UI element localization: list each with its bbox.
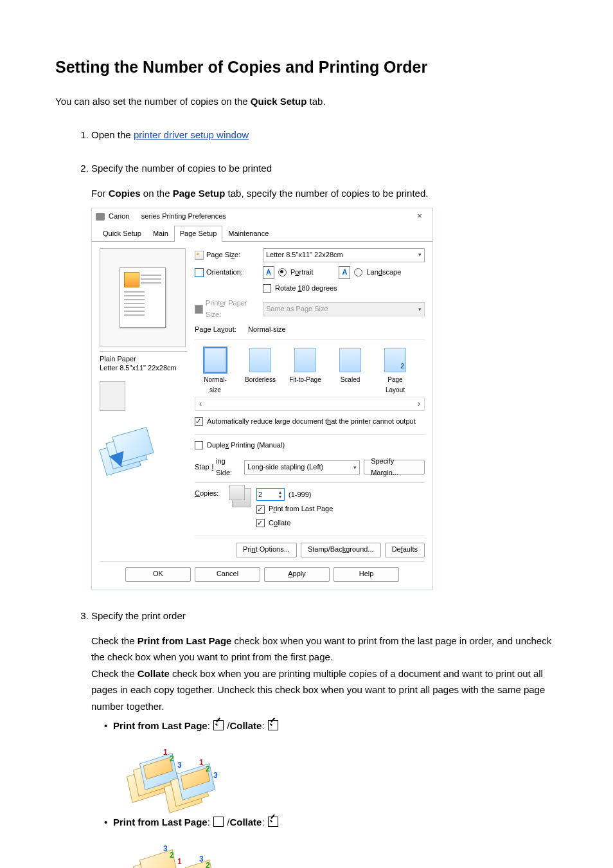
chevron-down-icon: ▾: [418, 305, 422, 314]
separator: [100, 351, 187, 352]
tab-main[interactable]: Main: [147, 226, 174, 242]
case2-b: Collate: [229, 817, 262, 827]
layout-label: Scaled: [341, 376, 360, 383]
stamp-background-button[interactable]: Stamp/Background...: [301, 543, 381, 557]
step3-title: Specify the print order: [91, 608, 558, 624]
collate-figure-1: 1 2 3 1 2 3: [127, 739, 224, 803]
tab-page-setup[interactable]: Page Setup: [174, 226, 223, 242]
help-button[interactable]: Help: [333, 567, 399, 582]
step-2: Specify the number of copies to be print…: [91, 161, 558, 590]
layout-scroll[interactable]: ‹›: [195, 397, 425, 411]
collate-checkbox[interactable]: [256, 519, 265, 527]
print-from-last-page-label: Print from Last Page: [269, 503, 333, 515]
page-size-select[interactable]: Letter 8.5"x11" 22x28cm▾: [263, 248, 425, 262]
dialog-titlebar: Canon series Printing Preferences ×: [92, 208, 432, 225]
print-options-button[interactable]: Print Options...: [236, 543, 297, 557]
secondary-preview: [100, 381, 125, 411]
printer-driver-setup-window-link[interactable]: printer driver setup window: [134, 129, 249, 140]
step2-title: Specify the number of copies to be print…: [91, 161, 558, 176]
tab-maintenance[interactable]: Maintenance: [222, 226, 274, 242]
intro-after: tab.: [306, 96, 325, 107]
page-title: Setting the Number of Copies and Printin…: [55, 58, 558, 77]
stapling-side-select[interactable]: Long-side stapling (Left)▾: [244, 460, 360, 475]
copies-input[interactable]: [257, 490, 276, 499]
copies-illustration: [100, 422, 161, 476]
unchecked-box-icon: [213, 817, 224, 827]
step1-before: Open the: [91, 129, 134, 140]
landscape-label: Landscape: [366, 267, 401, 278]
caption-size: Letter 8.5"x11" 22x28cm: [100, 363, 187, 372]
printing-preferences-dialog: Canon series Printing Preferences × Quic…: [91, 208, 433, 590]
layout-borderless[interactable]: Borderless: [244, 348, 277, 385]
landscape-radio[interactable]: [354, 268, 362, 276]
duplex-checkbox[interactable]: [195, 441, 203, 449]
orientation-label: Orientation:: [195, 267, 259, 278]
stapling-side-label: Stapling Side:: [195, 456, 240, 478]
page-preview: [100, 248, 186, 347]
step2-after: tab, specify the number of copies to be …: [225, 188, 428, 199]
printer-paper-size-value: Same as Page Size: [266, 303, 328, 315]
layout-normal-size[interactable]: Normal-size: [199, 348, 232, 395]
step2-mid: on the: [141, 188, 173, 199]
layout-label: Fit-to-Page: [289, 376, 321, 383]
case1-b: Collate: [229, 720, 262, 731]
dialog-title-text: Canon series Printing Preferences: [109, 211, 411, 222]
spinner-arrows-icon[interactable]: ▴▾: [276, 490, 284, 499]
rotate-180-checkbox[interactable]: [263, 284, 271, 293]
portrait-label: Portrait: [290, 267, 313, 278]
chevron-down-icon: ▾: [418, 250, 422, 259]
page-size-value: Letter 8.5"x11" 22x28cm: [266, 249, 343, 261]
defaults-button[interactable]: Defaults: [385, 543, 425, 557]
page-layout-value: Normal-size: [248, 324, 286, 336]
layout-scaled[interactable]: Scaled: [333, 348, 367, 385]
print-from-last-page-checkbox[interactable]: [256, 505, 265, 514]
orientation-text: Orientation:: [206, 267, 243, 278]
collate-case-2: Print from Last Page: /Collate: 3 2 1 3 …: [104, 815, 558, 868]
copies-label: Copies:: [195, 488, 227, 500]
case2-a: Print from Last Page: [113, 817, 208, 827]
page-layout-label: Page Layout:: [195, 324, 236, 336]
specify-margin-button[interactable]: Specify Margin...: [364, 460, 425, 475]
page-layout-strip: Normal-size Borderless Fit-to-Page Scale…: [195, 339, 425, 395]
step3-body: Check the Print from Last Page check box…: [91, 633, 558, 715]
checked-box-icon: [268, 817, 278, 827]
step-1: Open the printer driver setup window: [91, 127, 558, 143]
preview-caption: Plain Paper Letter 8.5"x11" 22x28cm: [100, 354, 187, 373]
case1-a: Print from Last Page: [113, 720, 208, 731]
duplex-label: Duplex Printing (Manual): [207, 440, 285, 451]
landscape-badge-icon: A: [339, 266, 350, 279]
intro-bold: Quick Setup: [251, 96, 307, 107]
close-icon[interactable]: ×: [411, 210, 429, 223]
copies-icon: [232, 488, 251, 507]
checked-box-icon: [213, 720, 224, 730]
layout-fit-to-page[interactable]: Fit-to-Page: [289, 348, 322, 385]
stapling-side-value: Long-side stapling (Left): [247, 462, 323, 473]
auto-reduce-checkbox[interactable]: [195, 417, 203, 426]
auto-reduce-label: Automatically reduce large document that…: [207, 416, 416, 428]
dialog-tabs: Quick Setup Main Page Setup Maintenance: [92, 225, 432, 242]
checked-box-icon: [268, 720, 278, 730]
page-icon: [195, 251, 204, 260]
printer-paper-size-select: Same as Page Size▾: [263, 302, 425, 316]
step-3: Specify the print order Check the Print …: [91, 608, 558, 868]
copies-range: (1-999): [289, 489, 311, 501]
page-size-label: Page Size:: [195, 249, 259, 261]
rotate-180-label: Rotate 180 degrees: [275, 283, 337, 294]
layout-page-layout[interactable]: Page Layout: [378, 348, 412, 395]
tab-quick-setup[interactable]: Quick Setup: [97, 226, 147, 242]
step2-body: For Copies on the Page Setup tab, specif…: [91, 185, 558, 202]
collate-case-1: Print from Last Page: /Collate: 1 2 3 1 …: [104, 718, 558, 803]
dialog-title-rest: series Printing Preferences: [141, 212, 226, 220]
portrait-radio[interactable]: [278, 268, 287, 276]
dialog-title-brand: Canon: [109, 212, 129, 220]
orientation-icon: [195, 268, 204, 277]
step2-body-before: For: [91, 188, 109, 199]
printer-icon-small: [195, 305, 203, 314]
collate-label: Collate: [269, 518, 290, 529]
copies-spinner[interactable]: ▴▾: [256, 488, 285, 501]
cancel-button[interactable]: Cancel: [195, 567, 260, 582]
intro-before: You can also set the number of copies on…: [55, 96, 251, 107]
apply-button[interactable]: Apply: [264, 567, 330, 582]
caption-paper: Plain Paper: [100, 354, 187, 363]
ok-button[interactable]: OK: [125, 567, 191, 582]
